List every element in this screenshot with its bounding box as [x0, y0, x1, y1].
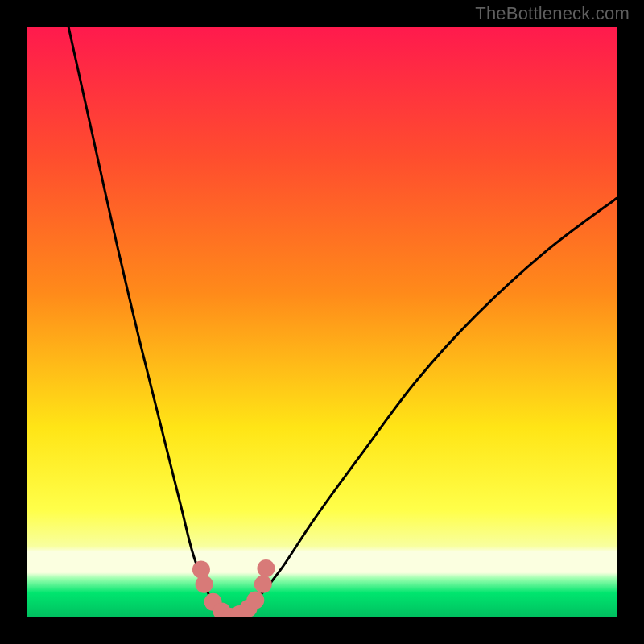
chart-svg	[27, 27, 617, 617]
valley-marker	[254, 576, 272, 593]
chart-frame: TheBottleneck.com	[0, 0, 644, 644]
valley-marker	[257, 559, 275, 577]
valley-marker	[192, 560, 210, 578]
gradient-background	[27, 27, 617, 617]
valley-marker	[196, 576, 213, 593]
valley-marker	[246, 592, 264, 609]
watermark-text: TheBottleneck.com	[475, 3, 630, 24]
plot-area	[27, 27, 617, 617]
